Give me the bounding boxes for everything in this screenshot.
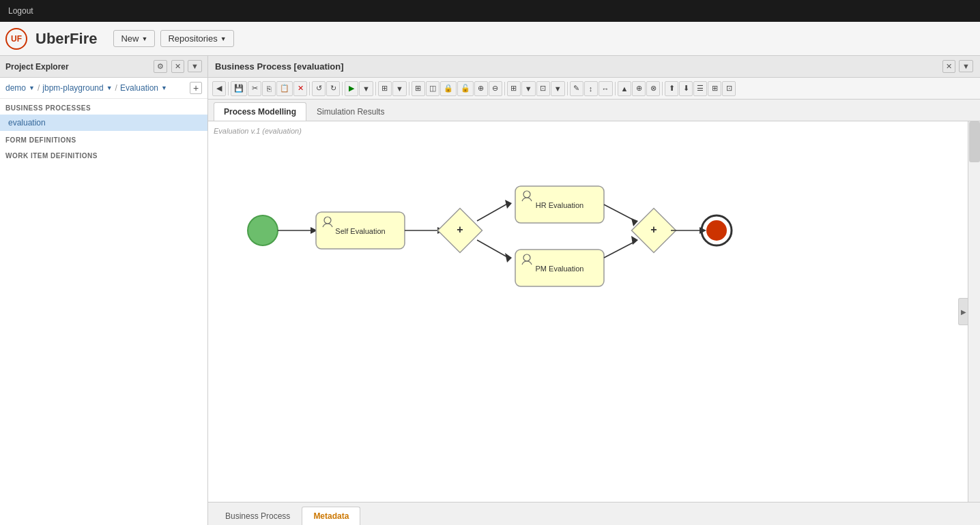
start-event[interactable] bbox=[248, 215, 278, 245]
style-btn1[interactable]: ▲ bbox=[618, 81, 632, 96]
edit-btn3[interactable]: ↔ bbox=[599, 81, 613, 96]
export-btn2[interactable]: ⬇ bbox=[679, 81, 693, 96]
gateway-1-label: + bbox=[457, 224, 463, 235]
svg-line-5 bbox=[604, 241, 635, 258]
collapse-left-button[interactable]: ◀ bbox=[212, 81, 226, 96]
tab-process-modelling[interactable]: Process Modelling bbox=[214, 102, 306, 121]
view-btn2[interactable]: ⊡ bbox=[536, 81, 550, 96]
arrange-btn4[interactable]: 🔓 bbox=[457, 81, 474, 96]
business-process-evaluation-item[interactable]: evaluation bbox=[0, 115, 207, 131]
tb-sep-5 bbox=[409, 82, 409, 95]
hr-eval-label: HR Evaluation bbox=[536, 201, 583, 209]
new-dropdown-arrow: ▼ bbox=[142, 35, 148, 42]
arrange-btn2[interactable]: ◫ bbox=[426, 81, 439, 96]
file-operations-group: 💾 ✂ ⎘ 📋 ✕ bbox=[231, 81, 307, 96]
breadcrumb-evaluation[interactable]: Evaluation bbox=[120, 83, 158, 93]
export-btn4[interactable]: ⊞ bbox=[708, 81, 721, 96]
arrange-group: ⊞ ◫ 🔒 🔓 ⊕ ⊖ bbox=[412, 81, 502, 96]
arrange-btn5[interactable]: ⊕ bbox=[474, 81, 488, 96]
repositories-dropdown-arrow: ▼ bbox=[220, 35, 227, 42]
arrange-btn1[interactable]: ⊞ bbox=[412, 81, 425, 96]
cut-button[interactable]: ✂ bbox=[248, 81, 261, 96]
undo-button[interactable]: ↺ bbox=[312, 81, 326, 96]
arrange-btn6[interactable]: ⊖ bbox=[489, 81, 502, 96]
view-group: ⊞ ▼ ⊡ ▼ bbox=[507, 81, 565, 96]
paste-button[interactable]: 📋 bbox=[276, 81, 293, 96]
zoom-dropdown[interactable]: ▼ bbox=[392, 81, 407, 96]
view-dropdown1[interactable]: ▼ bbox=[521, 81, 536, 96]
delete-button[interactable]: ✕ bbox=[293, 81, 307, 96]
sidebar-expand-button[interactable]: ▼ bbox=[188, 60, 202, 72]
bottom-tab-metadata[interactable]: Metadata bbox=[302, 507, 360, 525]
breadcrumb-evaluation-dropdown[interactable]: ▼ bbox=[161, 85, 167, 91]
style-group: ▲ ⊕ ⊗ bbox=[618, 81, 661, 96]
content-area: Business Process [evaluation] ✕ ▼ ◀ 💾 ✂ … bbox=[208, 56, 980, 525]
zoom-group: ⊞ ▼ bbox=[378, 81, 407, 96]
app-name: UberFire bbox=[35, 30, 97, 48]
tb-sep-6 bbox=[504, 82, 505, 95]
project-explorer-panel: Project Explorer ⚙ ✕ ▼ demo ▼ / jbpm-pla… bbox=[0, 56, 208, 525]
bottom-tab-business-process[interactable]: Business Process bbox=[214, 507, 302, 525]
pm-eval-label: PM Evaluation bbox=[536, 265, 584, 273]
run-button[interactable]: ▶ bbox=[345, 81, 358, 96]
breadcrumb-demo[interactable]: demo bbox=[5, 83, 26, 93]
tab-simulation-results[interactable]: Simulation Results bbox=[306, 102, 394, 121]
breadcrumb-jbpm-playground[interactable]: jbpm-playground bbox=[42, 83, 103, 93]
redo-button[interactable]: ↻ bbox=[326, 81, 340, 96]
content-tabs: Process Modelling Simulation Results bbox=[208, 100, 980, 121]
business-processes-header: BUSINESS PROCESSES bbox=[0, 99, 207, 115]
breadcrumb-add-button[interactable]: + bbox=[190, 82, 202, 94]
sidebar-actions: ⚙ ✕ ▼ bbox=[152, 60, 202, 73]
sidebar-title: Project Explorer bbox=[5, 62, 69, 72]
view-dropdown2[interactable]: ▼ bbox=[551, 81, 565, 96]
sidebar-header: Project Explorer ⚙ ✕ ▼ bbox=[0, 56, 207, 78]
tb-sep-7 bbox=[567, 82, 568, 95]
zoom-btn[interactable]: ⊞ bbox=[378, 81, 392, 96]
run-group: ▶ ▼ bbox=[345, 81, 373, 96]
repositories-menu-button[interactable]: Repositories ▼ bbox=[160, 30, 233, 47]
breadcrumb: demo ▼ / jbpm-playground ▼ / Evaluation … bbox=[0, 78, 207, 99]
vertical-scrollbar[interactable] bbox=[968, 121, 980, 502]
form-definitions-header: FORM DEFINITIONS bbox=[0, 131, 207, 147]
content-header: Business Process [evaluation] ✕ ▼ bbox=[208, 56, 980, 78]
content-expand-button[interactable]: ▼ bbox=[959, 60, 973, 72]
toolbar: ◀ 💾 ✂ ⎘ 📋 ✕ ↺ ↻ ▶ ▼ ⊞ ▼ bbox=[208, 78, 980, 100]
breadcrumb-demo-dropdown[interactable]: ▼ bbox=[29, 85, 35, 91]
view-btn1[interactable]: ⊞ bbox=[507, 81, 521, 96]
logo-icon: UF bbox=[5, 28, 27, 50]
logout-button[interactable]: Logout bbox=[8, 6, 33, 16]
collapse-right-button[interactable]: ▶ bbox=[958, 298, 968, 325]
new-menu-button[interactable]: New ▼ bbox=[113, 30, 155, 47]
run-dropdown[interactable]: ▼ bbox=[359, 81, 373, 96]
edit-group: ✎ ↕ ↔ bbox=[570, 81, 613, 96]
bottom-tabs: Business Process Metadata bbox=[208, 502, 980, 525]
content-header-actions: ✕ ▼ bbox=[941, 60, 973, 73]
svg-line-2 bbox=[477, 203, 508, 221]
edit-btn2[interactable]: ↕ bbox=[584, 81, 598, 96]
style-btn3[interactable]: ⊗ bbox=[646, 81, 660, 96]
export-btn3[interactable]: ☰ bbox=[693, 81, 707, 96]
export-btn5[interactable]: ⊡ bbox=[722, 81, 736, 96]
content-close-button[interactable]: ✕ bbox=[942, 60, 955, 73]
arrange-btn3[interactable]: 🔒 bbox=[440, 81, 457, 96]
end-event-inner bbox=[706, 220, 727, 241]
tb-sep-9 bbox=[662, 82, 663, 95]
undo-redo-group: ↺ ↻ bbox=[312, 81, 340, 96]
navbar: UF UberFire New ▼ Repositories ▼ bbox=[0, 22, 980, 56]
save-button[interactable]: 💾 bbox=[231, 81, 247, 96]
export-btn1[interactable]: ⬆ bbox=[665, 81, 678, 96]
scroll-thumb[interactable] bbox=[969, 121, 980, 162]
sidebar-settings-button[interactable]: ⚙ bbox=[154, 60, 167, 73]
content-title: Business Process [evaluation] bbox=[215, 61, 344, 72]
edit-btn1[interactable]: ✎ bbox=[570, 81, 583, 96]
work-item-definitions-header: WORK ITEM DEFINITIONS bbox=[0, 147, 207, 162]
arrow-gw1-pm bbox=[505, 253, 512, 262]
breadcrumb-jbpm-dropdown[interactable]: ▼ bbox=[106, 85, 113, 91]
style-btn2[interactable]: ⊕ bbox=[632, 81, 646, 96]
sidebar-close-button[interactable]: ✕ bbox=[171, 60, 184, 73]
tb-sep-1 bbox=[228, 82, 229, 95]
export-group: ⬆ ⬇ ☰ ⊞ ⊡ bbox=[665, 81, 736, 96]
copy-button[interactable]: ⎘ bbox=[262, 81, 276, 96]
svg-line-4 bbox=[604, 205, 635, 221]
svg-line-3 bbox=[477, 240, 508, 258]
